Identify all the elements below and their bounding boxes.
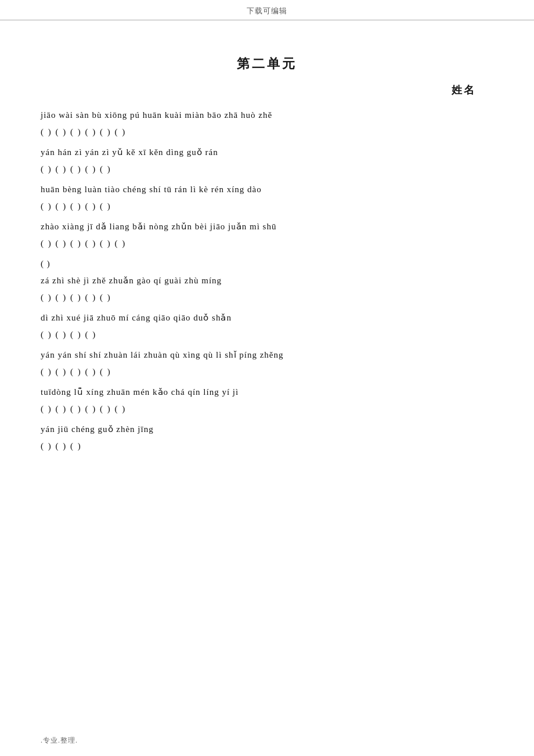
- pinyin-line: tuīdòng lǚ xíng zhuān mén kǎo chá qín lí…: [41, 384, 493, 400]
- vocab-row: ( ): [41, 256, 493, 272]
- page-content: 第二单元 姓名 jiāo wài sàn bù xiōng pú huān ku…: [0, 20, 534, 482]
- pinyin-line: yán hán zì yán zì yǔ kě xī kěn dìng guǒ …: [41, 145, 493, 160]
- blank-line: ( ) ( ) ( ) ( ) ( ) ( ): [41, 236, 493, 251]
- pinyin-line: yán yán shí shí zhuàn lái zhuàn qù xìng …: [41, 347, 493, 363]
- vocab-row: huān bèng luàn tiào chéng shí tū rán lì …: [41, 182, 493, 214]
- pinyin-line: zhào xiàng jī dǎ liang bǎi nòng zhǔn bèi…: [41, 219, 493, 235]
- blank-line: ( ) ( ) ( ) ( ) ( ) ( ): [41, 401, 493, 417]
- blank-line: ( ) ( ) ( ): [41, 438, 493, 454]
- pinyin-line: zá zhì shè jì zhě zhuǎn gào qí guài zhù …: [41, 273, 493, 289]
- vocab-row: zá zhì shè jì zhě zhuǎn gào qí guài zhù …: [41, 273, 493, 305]
- footer-note: .专业.整理.: [41, 736, 78, 746]
- blank-line: ( ) ( ) ( ) ( ) ( ) ( ): [41, 124, 493, 140]
- top-label: 下载可编辑: [247, 6, 287, 15]
- vocab-row: tuīdòng lǚ xíng zhuān mén kǎo chá qín lí…: [41, 384, 493, 417]
- blank-line: ( ) ( ) ( ) ( ) ( ): [41, 290, 493, 305]
- blank-line: ( ) ( ) ( ) ( ) ( ): [41, 364, 493, 380]
- pinyin-line: yán jiū chéng guǒ zhèn jīng: [41, 422, 493, 437]
- section-title: 第二单元: [41, 55, 493, 73]
- vocab-row: zhào xiàng jī dǎ liang bǎi nòng zhǔn bèi…: [41, 219, 493, 251]
- pinyin-line: ( ): [41, 256, 493, 272]
- vocab-row: jiāo wài sàn bù xiōng pú huān kuài miàn …: [41, 107, 493, 140]
- pinyin-line: huān bèng luàn tiào chéng shí tū rán lì …: [41, 182, 493, 197]
- vocab-row: dì zhì xué jiā zhuō mí cáng qiāo qiāo du…: [41, 310, 493, 343]
- blank-line: ( ) ( ) ( ) ( ) ( ): [41, 161, 493, 177]
- vocab-row: yán yán shí shí zhuàn lái zhuàn qù xìng …: [41, 347, 493, 380]
- pinyin-line: dì zhì xué jiā zhuō mí cáng qiāo qiāo du…: [41, 310, 493, 326]
- blank-line: ( ) ( ) ( ) ( ) ( ): [41, 199, 493, 214]
- vocab-section: jiāo wài sàn bù xiōng pú huān kuài miàn …: [41, 107, 493, 454]
- top-bar: 下载可编辑: [0, 0, 534, 20]
- blank-line: ( ) ( ) ( ) ( ): [41, 327, 493, 343]
- vocab-row: yán jiū chéng guǒ zhèn jīng( ) ( ) ( ): [41, 422, 493, 454]
- vocab-row: yán hán zì yán zì yǔ kě xī kěn dìng guǒ …: [41, 145, 493, 177]
- name-label: 姓名: [41, 83, 493, 97]
- pinyin-line: jiāo wài sàn bù xiōng pú huān kuài miàn …: [41, 107, 493, 123]
